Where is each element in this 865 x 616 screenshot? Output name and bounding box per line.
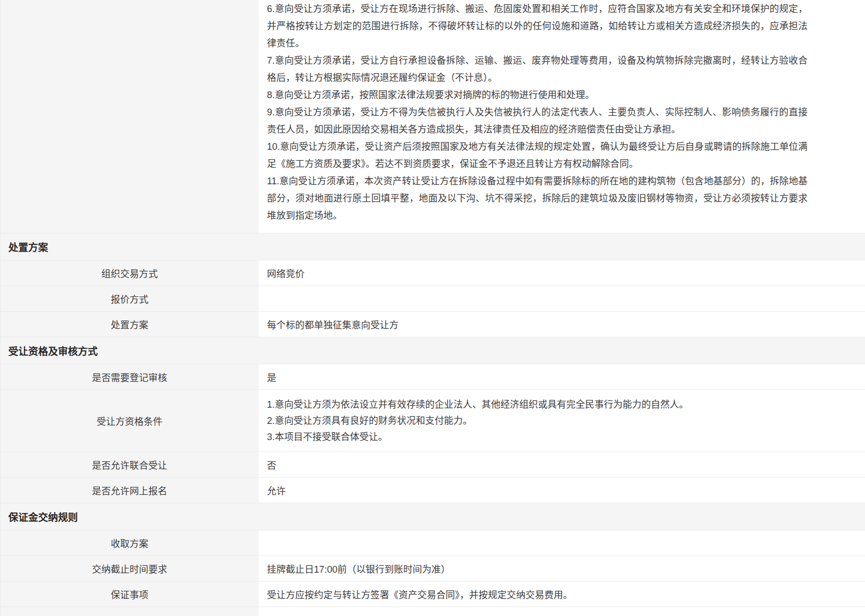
table-row-quotation-method: 报价方式 — [1, 286, 865, 312]
section-title: 处置方案 — [8, 240, 48, 254]
row-value: 网络竞价 — [259, 260, 865, 286]
terms-paragraph-10: 10.意向受让方须承诺，受让资产后须按照国家及地方有关法律法规的规定处置，确认为… — [267, 138, 808, 173]
row-label: 是否允许联合受让 — [1, 452, 259, 477]
row-value: 挂牌截止日17:00前（以银行到账时间为准） — [259, 556, 865, 581]
section-header-deposit-rules: 保证金交纳规则 — [1, 503, 865, 530]
qualification-line-1: 1.意向受让方须为依法设立并有效存续的企业法人、其他经济组织或具有完全民事行为能… — [267, 397, 855, 413]
qualification-line-2: 2.意向受让方须具有良好的财务状况和支付能力。 — [267, 413, 855, 429]
table-row-registration-review: 是否需要登记审核 是 — [1, 364, 865, 390]
section-header-transferee-qualification: 受让资格及审核方式 — [1, 337, 865, 364]
terms-paragraph-8: 8.意向受让方须承诺，按照国家法律法规要求对摘牌的标的物进行使用和处理。 — [267, 87, 808, 104]
row-label-empty — [1, 607, 259, 616]
section-title: 受让资格及审核方式 — [8, 343, 98, 358]
table-row-partial — [1, 607, 865, 616]
row-value-empty — [259, 607, 865, 616]
section-header-disposal-plan: 处置方案 — [1, 233, 865, 260]
row-label: 保证事项 — [1, 582, 259, 607]
table-row-payment-deadline: 交纳截止时间要求 挂牌截止日17:00前（以银行到账时间为准） — [1, 556, 865, 582]
transfer-terms-text: 6.意向受让方须承诺，受让方在现场进行拆除、搬运、危固废处置和相关工作时，应符合… — [259, 0, 865, 233]
row-label: 报价方式 — [1, 286, 259, 311]
row-value: 1.意向受让方须为依法设立并有效存续的企业法人、其他经济组织或具有完全民事行为能… — [259, 390, 865, 452]
table-row-joint-transfer-allowed: 是否允许联合受让 否 — [1, 452, 865, 478]
row-label: 是否需要登记审核 — [1, 364, 259, 389]
row-label: 处置方案 — [1, 312, 259, 337]
table-row-qualification-conditions: 受让方资格条件 1.意向受让方须为依法设立并有效存续的企业法人、其他经济组织或具… — [1, 390, 865, 452]
row-value: 每个标的都单独征集意向受让方 — [259, 312, 865, 337]
table-row-guarantee-matters: 保证事项 受让方应按约定与转让方签署《资产交易合同》，并按规定交纳交易费用。 — [1, 582, 865, 607]
row-label: 受让方资格条件 — [1, 390, 259, 452]
terms-paragraph-11: 11.意向受让方须承诺，本次资产转让受让方在拆除设备过程中如有需要拆除标的所在地… — [267, 173, 808, 224]
row-label: 是否允许网上报名 — [1, 478, 259, 503]
row-label: 交纳截止时间要求 — [1, 556, 259, 581]
row-label: 收取方案 — [1, 530, 259, 555]
row-value: 是 — [259, 364, 865, 389]
table-row-collection-plan: 收取方案 — [1, 530, 865, 556]
table-row-disposal-plan: 处置方案 每个标的都单独征集意向受让方 — [1, 312, 865, 337]
section-title: 保证金交纳规则 — [8, 510, 78, 524]
terms-paragraph-9: 9.意向受让方须承诺，受让方不得为失信被执行人及失信被执行人的法定代表人、主要负… — [267, 104, 808, 138]
table-row-transfer-terms: 6.意向受让方须承诺，受让方在现场进行拆除、搬运、危固废处置和相关工作时，应符合… — [1, 0, 865, 233]
row-value: 允许 — [259, 478, 865, 503]
qualification-line-3: 3.本项目不接受联合体受让。 — [267, 429, 855, 445]
terms-paragraph-7: 7.意向受让方须承诺，受让方自行承担设备拆除、运输、搬运、废弃物处理等费用，设备… — [267, 52, 808, 87]
table-row-transaction-method: 组织交易方式 网络竞价 — [1, 260, 865, 286]
row-value: 受让方应按约定与转让方签署《资产交易合同》，并按规定交纳交易费用。 — [259, 582, 865, 607]
terms-paragraph-6: 6.意向受让方须承诺，受让方在现场进行拆除、搬运、危固废处置和相关工作时，应符合… — [267, 1, 808, 52]
row-label-empty — [1, 0, 259, 233]
row-label: 组织交易方式 — [1, 260, 259, 286]
row-value: 否 — [259, 452, 865, 477]
row-value — [259, 286, 865, 311]
table-row-online-signup-allowed: 是否允许网上报名 允许 — [1, 478, 865, 503]
listing-detail-table: 6.意向受让方须承诺，受让方在现场进行拆除、搬运、危固废处置和相关工作时，应符合… — [0, 0, 865, 616]
row-value — [259, 530, 865, 555]
